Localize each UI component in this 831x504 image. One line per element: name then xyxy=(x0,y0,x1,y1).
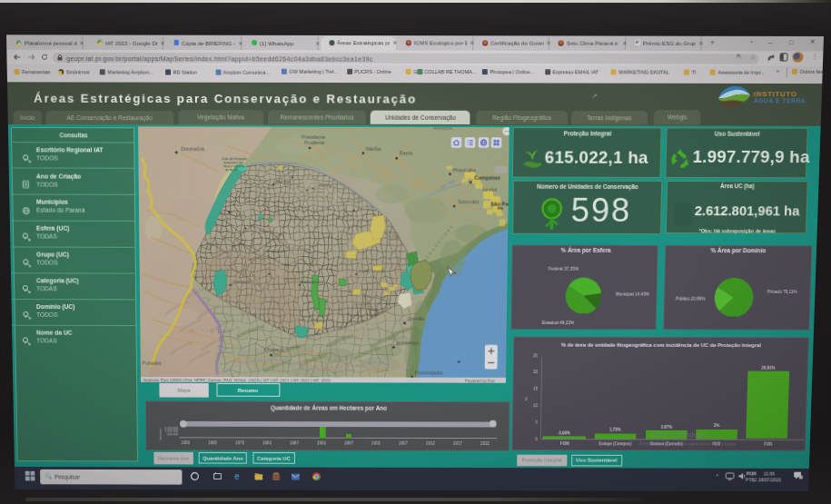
svg-text:Sources: Esri, USGS | Esri, HE: Sources: Esri, USGS | Esri, HERE, Garmin… xyxy=(143,378,331,382)
svg-text:Powered by Esri: Powered by Esri xyxy=(465,379,495,383)
svg-text:e: e xyxy=(234,472,240,482)
